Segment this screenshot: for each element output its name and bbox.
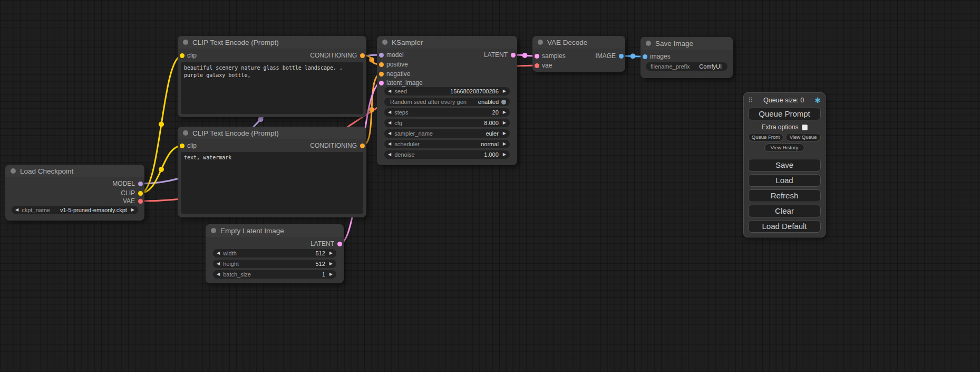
- image-output-port[interactable]: [619, 54, 624, 59]
- node-header[interactable]: CLIP Text Encode (Prompt): [178, 36, 366, 49]
- increment-icon[interactable]: ▶: [503, 119, 506, 127]
- width-widget[interactable]: ◀ width 512 ▶: [213, 249, 336, 257]
- increment-icon[interactable]: ▶: [131, 206, 134, 214]
- scheduler-widget[interactable]: ◀ scheduler normal ▶: [384, 140, 510, 148]
- node-header[interactable]: VAE Decode: [532, 36, 625, 49]
- model-output-port[interactable]: [138, 182, 143, 186]
- load-button[interactable]: Load: [748, 174, 821, 187]
- collapse-icon[interactable]: [183, 40, 188, 45]
- increment-icon[interactable]: ▶: [329, 260, 333, 268]
- output-slot-clip: CLIP: [5, 189, 144, 197]
- node-ksampler[interactable]: KSampler model positive negative latent_…: [377, 36, 517, 165]
- node-vae-decode[interactable]: VAE Decode samples vae IMAGE: [532, 36, 625, 72]
- collapse-icon[interactable]: [211, 228, 216, 233]
- decrement-icon[interactable]: ◀: [388, 87, 391, 96]
- view-queue-button[interactable]: View Queue: [785, 133, 821, 141]
- cfg-widget[interactable]: ◀ cfg 8.000 ▶: [384, 119, 510, 127]
- node-header[interactable]: Empty Latent Image: [206, 224, 344, 237]
- decrement-icon[interactable]: ◀: [388, 119, 391, 127]
- decrement-icon[interactable]: ◀: [15, 206, 18, 214]
- positive-prompt-textarea[interactable]: beautiful scenery nature glass bottle la…: [181, 62, 363, 114]
- conditioning-output-port[interactable]: [360, 144, 365, 148]
- queue-menu-panel[interactable]: ⠿ Queue size: 0 ✱ Queue Prompt Extra opt…: [743, 92, 826, 237]
- increment-icon[interactable]: ▶: [503, 108, 506, 117]
- clip-output-port[interactable]: [138, 191, 143, 196]
- view-history-button[interactable]: View History: [764, 144, 804, 152]
- collapse-icon[interactable]: [646, 41, 651, 46]
- toggle-dot-icon[interactable]: [501, 100, 506, 104]
- vae-output-port[interactable]: [138, 199, 143, 204]
- drag-handle-icon[interactable]: ⠿: [748, 97, 753, 104]
- link-midpoint-dot: [369, 58, 374, 63]
- decrement-icon[interactable]: ◀: [388, 108, 391, 117]
- widget-value: enabled: [478, 99, 499, 105]
- save-button[interactable]: Save: [748, 159, 821, 171]
- widget-label: seed: [394, 88, 407, 94]
- node-load-checkpoint[interactable]: Load Checkpoint MODEL CLIP VAE ◀ ckpt_na…: [5, 165, 144, 221]
- widget-label: Random seed after every gen: [390, 99, 467, 105]
- decrement-icon[interactable]: ◀: [388, 150, 391, 159]
- node-save-image[interactable]: Save Image images filename_prefix ComfyU…: [641, 37, 733, 78]
- latent-output-port[interactable]: [337, 242, 342, 246]
- history-row: View History: [748, 144, 821, 152]
- sampler-name-widget[interactable]: ◀ sampler_name euler ▶: [384, 129, 510, 138]
- node-title: Empty Latent Image: [220, 227, 284, 235]
- increment-icon[interactable]: ▶: [329, 249, 333, 257]
- node-header[interactable]: Load Checkpoint: [5, 165, 144, 177]
- increment-icon[interactable]: ▶: [329, 270, 333, 279]
- height-widget[interactable]: ◀ height 512 ▶: [213, 260, 336, 268]
- widget-label: ckpt_name: [22, 207, 50, 213]
- collapse-icon[interactable]: [11, 168, 16, 174]
- filename-prefix-widget[interactable]: filename_prefix ComfyUI: [646, 62, 727, 71]
- random-seed-widget[interactable]: Random seed after every gen enabled: [384, 98, 510, 106]
- menu-header: ⠿ Queue size: 0 ✱: [748, 96, 821, 105]
- link-midpoint-dot: [369, 107, 374, 112]
- negative-input-port[interactable]: [379, 72, 384, 77]
- node-clip-text-encode-negative[interactable]: CLIP Text Encode (Prompt) clip CONDITION…: [178, 127, 366, 217]
- widget-label: height: [223, 261, 239, 267]
- collapse-icon[interactable]: [538, 40, 543, 45]
- conditioning-output-port[interactable]: [360, 53, 365, 58]
- node-header[interactable]: CLIP Text Encode (Prompt): [178, 127, 366, 139]
- images-input-port[interactable]: [643, 54, 647, 59]
- positive-input-port[interactable]: [379, 62, 384, 67]
- denoise-widget[interactable]: ◀ denoise 1.000 ▶: [384, 150, 510, 159]
- slot-label: IMAGE: [595, 52, 616, 60]
- graph-canvas[interactable]: Load Checkpoint MODEL CLIP VAE ◀ ckpt_na…: [0, 0, 980, 372]
- clear-button[interactable]: Clear: [748, 205, 821, 217]
- increment-icon[interactable]: ▶: [503, 129, 506, 138]
- decrement-icon[interactable]: ◀: [388, 140, 391, 148]
- negative-prompt-textarea[interactable]: text, watermark: [181, 152, 363, 214]
- settings-gear-icon[interactable]: ✱: [814, 96, 821, 104]
- seed-widget[interactable]: ◀ seed 156680208700286 ▶: [384, 87, 510, 96]
- extra-options-checkbox[interactable]: [802, 125, 808, 130]
- refresh-button[interactable]: Refresh: [748, 189, 821, 202]
- queue-front-button[interactable]: Queue Front: [748, 133, 783, 141]
- node-header[interactable]: Save Image: [641, 37, 733, 50]
- node-clip-text-encode-positive[interactable]: CLIP Text Encode (Prompt) clip CONDITION…: [178, 36, 366, 117]
- ckpt-name-widget[interactable]: ◀ ckpt_name v1-5-pruned-emaonly.ckpt ▶: [12, 206, 138, 214]
- decrement-icon[interactable]: ◀: [217, 270, 220, 279]
- steps-widget[interactable]: ◀ steps 20 ▶: [384, 108, 510, 117]
- widget-value: euler: [486, 130, 498, 137]
- load-default-button[interactable]: Load Default: [748, 220, 821, 233]
- link-midpoint-dot: [159, 167, 164, 172]
- latent-image-input-port[interactable]: [379, 81, 384, 85]
- batch-size-widget[interactable]: ◀ batch_size 1 ▶: [213, 270, 336, 279]
- decrement-icon[interactable]: ◀: [217, 249, 220, 257]
- decrement-icon[interactable]: ◀: [217, 260, 220, 268]
- node-header[interactable]: KSampler: [377, 36, 517, 49]
- decrement-icon[interactable]: ◀: [388, 129, 391, 138]
- vae-input-port[interactable]: [535, 63, 539, 68]
- node-empty-latent-image[interactable]: Empty Latent Image LATENT ◀ width 512 ▶ …: [206, 224, 344, 283]
- collapse-icon[interactable]: [183, 130, 188, 136]
- increment-icon[interactable]: ▶: [503, 150, 506, 159]
- queue-controls-row: Queue Front View Queue: [748, 133, 821, 141]
- queue-prompt-button[interactable]: Queue Prompt: [748, 108, 821, 120]
- collapse-icon[interactable]: [382, 40, 387, 45]
- increment-icon[interactable]: ▶: [503, 87, 506, 96]
- increment-icon[interactable]: ▶: [503, 140, 506, 148]
- input-slot-latent-image: latent_image: [377, 79, 517, 87]
- slot-label: vae: [542, 62, 552, 69]
- latent-output-port[interactable]: [511, 53, 516, 58]
